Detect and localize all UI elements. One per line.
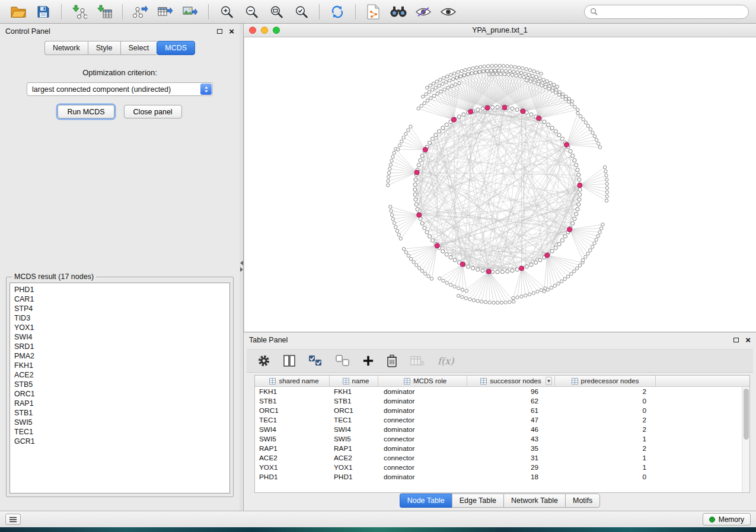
table-cell[interactable]: TEC1 (255, 415, 330, 425)
mcds-result-item[interactable]: STB1 (10, 408, 229, 418)
mcds-result-item[interactable]: CAR1 (10, 294, 229, 304)
optimization-criterion-dropdown[interactable]: largest connected component (undirected) (27, 82, 213, 96)
delete-column-button[interactable] (387, 354, 397, 367)
zoom-selected-button[interactable] (290, 2, 312, 21)
tab-select[interactable]: Select (120, 41, 157, 55)
table-cell[interactable]: 62 (467, 396, 555, 406)
table-cell[interactable]: SWI5 (255, 434, 330, 444)
table-cell[interactable]: 29 (467, 463, 555, 472)
close-window-icon[interactable] (249, 27, 256, 34)
table-cell[interactable]: YOX1 (330, 463, 378, 472)
mcds-result-item[interactable]: RAP1 (10, 399, 229, 408)
float-panel-icon[interactable] (217, 29, 222, 34)
column-header-predecessor-nodes[interactable]: predecessor nodes (555, 376, 656, 386)
table-cell[interactable]: YOX1 (255, 463, 330, 472)
tab-network[interactable]: Network (44, 41, 88, 55)
minimize-window-icon[interactable] (261, 27, 268, 34)
mcds-result-item[interactable]: FKH1 (10, 361, 229, 370)
sort-dropdown-icon[interactable]: ▾ (546, 377, 552, 385)
mcds-result-item[interactable]: TID3 (10, 313, 229, 323)
close-panel-icon[interactable]: × (229, 28, 234, 35)
maximize-window-icon[interactable] (273, 27, 280, 34)
import-network-button[interactable] (68, 2, 91, 21)
table-cell[interactable]: connector (378, 453, 467, 463)
run-mcds-button[interactable]: Run MCDS (58, 105, 114, 118)
table-cell[interactable]: STB1 (255, 396, 330, 406)
table-cell[interactable]: ORC1 (255, 406, 330, 415)
mcds-result-item[interactable]: SWI4 (10, 332, 229, 342)
table-row[interactable]: FKH1FKH1dominator962 (255, 387, 749, 396)
table-cell[interactable]: 31 (467, 453, 555, 463)
table-cell[interactable]: TEC1 (330, 415, 378, 425)
mcds-result-list[interactable]: PHD1CAR1STP4TID3YOX1SWI4SRD1PMA2FKH1ACE2… (9, 283, 230, 493)
table-cell[interactable]: connector (378, 415, 467, 425)
table-cell[interactable]: 1 (555, 463, 656, 472)
export-image-button[interactable] (179, 2, 202, 21)
table-cell[interactable]: ACE2 (255, 453, 330, 463)
table-cell[interactable]: 61 (467, 406, 555, 415)
deselect-all-columns-button[interactable] (336, 355, 350, 367)
table-scrollbar[interactable] (742, 387, 749, 492)
table-cell[interactable]: FKH1 (330, 387, 378, 396)
mcds-result-item[interactable]: ACE2 (10, 370, 229, 380)
table-settings-button[interactable] (257, 354, 270, 367)
close-table-panel-icon[interactable]: × (745, 336, 751, 344)
create-column-button[interactable] (363, 355, 374, 366)
tab-style[interactable]: Style (88, 41, 120, 55)
table-cell[interactable]: 1 (555, 453, 656, 463)
table-cell[interactable]: 0 (555, 396, 656, 406)
function-builder-icon[interactable]: f(x) (438, 355, 454, 367)
table-cell[interactable]: ORC1 (330, 406, 378, 415)
hide-graphics-details-button[interactable] (412, 2, 435, 21)
export-network-button[interactable] (129, 2, 152, 21)
mcds-result-item[interactable]: STP4 (10, 304, 229, 313)
mcds-result-item[interactable]: GCR1 (10, 437, 229, 446)
show-columns-button[interactable] (283, 355, 295, 367)
network-canvas[interactable] (244, 37, 756, 332)
column-header-mcds-role[interactable]: MCDS role (378, 376, 467, 386)
tab-mcds[interactable]: MCDS (157, 41, 195, 55)
table-row[interactable]: PHD1PHD1dominator180 (255, 472, 749, 482)
table-cell[interactable]: 46 (467, 425, 555, 434)
collapse-right-icon[interactable] (240, 267, 243, 272)
tab-motifs[interactable]: Motifs (565, 493, 600, 508)
table-cell[interactable]: connector (378, 434, 467, 444)
table-cell[interactable]: dominator (378, 406, 467, 415)
table-row[interactable]: TEC1TEC1connector472 (255, 415, 749, 425)
mcds-result-item[interactable]: PMA2 (10, 351, 229, 361)
collapse-left-icon[interactable] (240, 261, 243, 265)
column-header-successor-nodes[interactable]: successor nodes ▾ (467, 376, 555, 386)
mcds-result-item[interactable]: STB5 (10, 380, 229, 389)
open-session-button[interactable] (7, 2, 30, 21)
export-table-button[interactable] (154, 2, 177, 21)
mcds-result-item[interactable]: TEC1 (10, 427, 229, 437)
table-cell[interactable]: 2 (555, 415, 656, 425)
mcds-result-item[interactable]: SRD1 (10, 342, 229, 351)
table-row[interactable]: YOX1YOX1connector291 (255, 463, 749, 472)
tab-network-table[interactable]: Network Table (503, 493, 565, 508)
table-row[interactable]: STB1STB1dominator620 (255, 396, 749, 406)
mcds-result-item[interactable]: PHD1 (10, 285, 229, 294)
import-table-button[interactable] (93, 2, 116, 21)
splitter-collapse-icons[interactable] (240, 261, 244, 272)
table-cell[interactable]: 1 (555, 434, 656, 444)
table-cell[interactable]: SWI4 (255, 425, 330, 434)
scrollbar-thumb[interactable] (744, 389, 749, 440)
tab-node-table[interactable]: Node Table (400, 493, 452, 508)
zoom-in-button[interactable] (215, 2, 238, 21)
search-box[interactable] (584, 5, 749, 19)
table-cell[interactable]: 2 (555, 444, 656, 453)
table-cell[interactable]: PHD1 (330, 472, 378, 482)
table-cell[interactable]: SWI5 (330, 434, 378, 444)
show-panels-button[interactable] (5, 514, 21, 525)
zoom-fit-button[interactable] (265, 2, 288, 21)
table-cell[interactable]: ACE2 (330, 453, 378, 463)
table-cell[interactable]: RAP1 (255, 444, 330, 453)
table-cell[interactable]: 2 (555, 425, 656, 434)
table-cell[interactable]: 0 (555, 406, 656, 415)
search-input[interactable] (601, 8, 743, 16)
table-cell[interactable]: connector (378, 463, 467, 472)
table-cell[interactable]: dominator (378, 396, 467, 406)
table-row[interactable]: SWI5SWI5connector431 (255, 434, 749, 444)
table-cell[interactable]: STB1 (330, 396, 378, 406)
